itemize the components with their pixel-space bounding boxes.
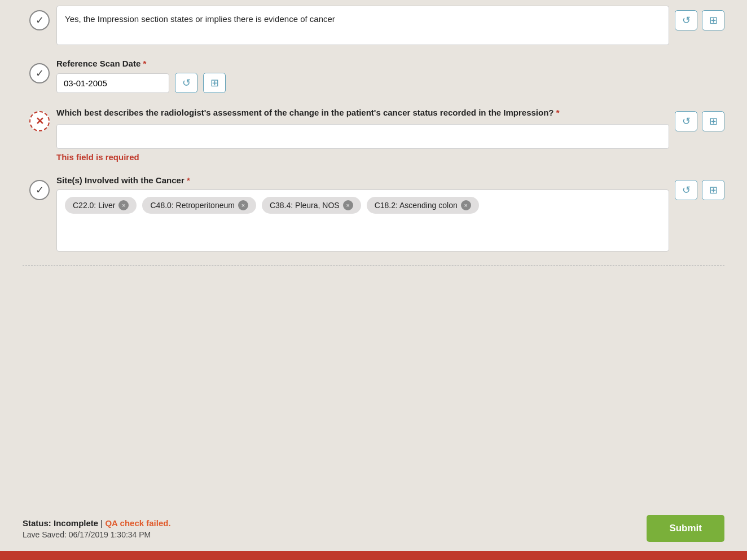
content-area: ✓ Yes, the Impression section states or …	[0, 0, 747, 507]
radiologist-question-label: Which best describes the radiologist's a…	[56, 107, 669, 120]
date-history-icon: ↺	[182, 77, 191, 89]
date-history-button[interactable]: ↺	[175, 73, 197, 93]
footer-saved: Lave Saved: 06/17/2019 1:30:34 PM	[23, 530, 171, 539]
reference-scan-date-row: ✓ Reference Scan Date * ↺ ⊞	[23, 59, 724, 93]
sites-required-star: *	[187, 175, 190, 185]
date-check-circle: ✓	[29, 63, 50, 83]
sites-label: Site(s) Involved with the Cancer *	[56, 175, 669, 185]
radiologist-required-star: *	[556, 108, 560, 117]
cancer-sites-tags-box[interactable]: C22.0: Liver × C48.0: Retroperitoneum × …	[56, 189, 669, 252]
tag-c38: C38.4: Pleura, NOS ×	[262, 197, 361, 214]
radiologist-history-button[interactable]: ↺	[675, 111, 697, 131]
radiologist-error-text: This field is required	[56, 152, 669, 162]
date-field-col: Reference Scan Date * ↺ ⊞	[56, 59, 724, 93]
date-input[interactable]	[56, 73, 169, 93]
impression-row: ✓ Yes, the Impression section states or …	[23, 6, 724, 45]
date-check-col: ✓	[23, 59, 56, 83]
sites-table-button[interactable]: ⊞	[702, 180, 724, 200]
date-required-star: *	[143, 59, 146, 68]
history-icon: ↺	[682, 14, 691, 27]
radiologist-table-button[interactable]: ⊞	[702, 111, 724, 131]
tag-c18: C18.2: Ascending colon ×	[367, 197, 479, 214]
qa-failed-label: QA check failed.	[105, 518, 170, 528]
date-label: Reference Scan Date *	[56, 59, 719, 68]
tag-c48-close[interactable]: ×	[238, 200, 248, 210]
radiologist-table-icon: ⊞	[709, 115, 718, 127]
date-check-icon: ✓	[36, 67, 44, 80]
tag-c22-close[interactable]: ×	[118, 200, 129, 210]
sites-history-button[interactable]: ↺	[675, 180, 697, 200]
page-wrapper: ✓ Yes, the Impression section states or …	[0, 0, 747, 560]
table-icon: ⊞	[709, 14, 718, 27]
impression-field-col: Yes, the Impression section states or im…	[56, 6, 675, 45]
footer-bar: Status: Incomplete | QA check failed. La…	[0, 507, 747, 551]
impression-table-button[interactable]: ⊞	[702, 10, 724, 30]
footer-divider	[23, 265, 724, 266]
sites-check-icon: ✓	[36, 184, 44, 196]
impression-check-col: ✓	[23, 6, 56, 30]
radiologist-answer-input[interactable]	[56, 124, 669, 149]
bottom-red-bar	[0, 551, 747, 560]
sites-check-circle: ✓	[29, 180, 50, 200]
radiologist-action-col: ↺ ⊞	[675, 107, 724, 131]
submit-button[interactable]: Submit	[647, 515, 724, 542]
tag-c22: C22.0: Liver ×	[65, 197, 137, 214]
radiologist-check-circle: ✕	[29, 111, 50, 131]
sites-history-icon: ↺	[682, 184, 691, 196]
sites-table-icon: ⊞	[709, 184, 718, 196]
sites-field-col: Site(s) Involved with the Cancer * C22.0…	[56, 175, 675, 252]
cancer-sites-row: ✓ Site(s) Involved with the Cancer * C22…	[23, 175, 724, 252]
impression-action-col: ↺ ⊞	[675, 6, 724, 30]
date-table-icon: ⊞	[210, 77, 219, 89]
impression-check-icon: ✓	[36, 14, 44, 27]
sites-check-col: ✓	[23, 175, 56, 200]
radiologist-field-col: Which best describes the radiologist's a…	[56, 107, 675, 162]
date-row: ↺ ⊞	[56, 73, 719, 93]
radiologist-error-icon: ✕	[36, 115, 44, 127]
radiologist-question-row: ✕ Which best describes the radiologist's…	[23, 107, 724, 162]
status-label: Status: Incomplete	[23, 518, 98, 528]
footer-left: Status: Incomplete | QA check failed. La…	[23, 518, 171, 539]
tag-c18-close[interactable]: ×	[461, 200, 471, 210]
tag-c48: C48.0: Retroperitoneum ×	[142, 197, 256, 214]
date-table-button[interactable]: ⊞	[203, 73, 226, 93]
sites-action-col: ↺ ⊞	[675, 175, 724, 200]
footer-status: Status: Incomplete | QA check failed.	[23, 518, 171, 528]
impression-check-circle: ✓	[29, 10, 50, 30]
impression-text-box: Yes, the Impression section states or im…	[56, 6, 669, 45]
radiologist-check-col: ✕	[23, 107, 56, 131]
tag-c38-close[interactable]: ×	[343, 200, 353, 210]
impression-history-button[interactable]: ↺	[675, 10, 697, 30]
radiologist-history-icon: ↺	[682, 115, 691, 127]
